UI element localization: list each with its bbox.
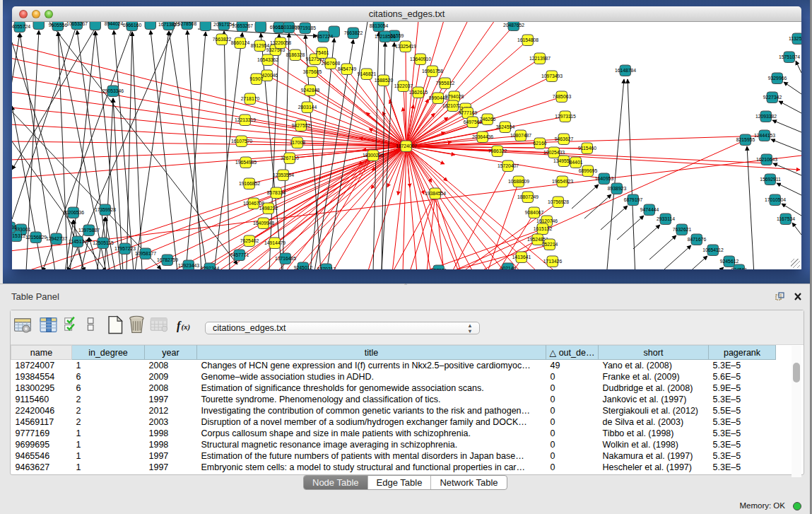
svg-text:9427552: 9427552 bbox=[292, 123, 311, 128]
svg-text:7485063: 7485063 bbox=[553, 94, 572, 99]
svg-text:1145134: 1145134 bbox=[69, 239, 87, 244]
svg-text:9115460: 9115460 bbox=[578, 146, 596, 151]
svg-text:84401: 84401 bbox=[570, 160, 583, 165]
svg-text:252214: 252214 bbox=[542, 242, 558, 247]
svg-text:9794028: 9794028 bbox=[445, 94, 464, 99]
svg-text:16409948: 16409948 bbox=[253, 221, 274, 226]
svg-text:10973493: 10973493 bbox=[541, 74, 563, 78]
svg-text:10807487: 10807487 bbox=[510, 133, 531, 138]
svg-text:8660124: 8660124 bbox=[231, 40, 250, 45]
svg-text:1132549: 1132549 bbox=[789, 36, 801, 41]
svg-text:8944024: 8944024 bbox=[105, 22, 124, 26]
svg-text:13325419: 13325419 bbox=[395, 44, 416, 49]
svg-text:12213987: 12213987 bbox=[529, 56, 551, 61]
svg-text:8938923: 8938923 bbox=[608, 186, 627, 191]
svg-text:9242848: 9242848 bbox=[301, 88, 320, 93]
svg-text:10653267: 10653267 bbox=[66, 22, 88, 26]
svg-text:14914479: 14914479 bbox=[264, 240, 286, 245]
svg-text:17010504: 17010504 bbox=[765, 197, 786, 202]
svg-text:8186328: 8186328 bbox=[286, 52, 305, 57]
svg-text:9245612: 9245612 bbox=[720, 259, 739, 264]
svg-text:117008: 117008 bbox=[290, 140, 305, 145]
svg-text:1413641: 1413641 bbox=[512, 255, 531, 259]
svg-text:19166852: 19166852 bbox=[239, 181, 260, 186]
svg-text:19654985: 19654985 bbox=[235, 160, 257, 165]
svg-text:16210643: 16210643 bbox=[756, 157, 777, 162]
svg-text:6966160: 6966160 bbox=[123, 23, 142, 28]
svg-text:19218506: 19218506 bbox=[375, 34, 396, 39]
svg-text:62160: 62160 bbox=[534, 141, 547, 146]
svg-text:15720407: 15720407 bbox=[498, 163, 519, 168]
svg-text:12505115: 12505115 bbox=[93, 240, 114, 245]
svg-text:9457771: 9457771 bbox=[230, 252, 249, 257]
svg-text:9146821: 9146821 bbox=[358, 71, 377, 76]
svg-text:7663822: 7663822 bbox=[344, 30, 363, 35]
svg-text:8370212: 8370212 bbox=[317, 267, 336, 269]
svg-text:9292344: 9292344 bbox=[201, 266, 220, 269]
svg-text:10025433: 10025433 bbox=[543, 150, 565, 155]
svg-text:10688609: 10688609 bbox=[508, 179, 529, 184]
svg-text:8471676: 8471676 bbox=[688, 237, 707, 242]
svg-text:14055724: 14055724 bbox=[12, 24, 30, 29]
svg-text:16543362: 16543362 bbox=[257, 57, 278, 62]
svg-text:16154808: 16154808 bbox=[517, 37, 539, 42]
svg-text:16782759: 16782759 bbox=[157, 257, 178, 262]
svg-text:9227342: 9227342 bbox=[763, 95, 782, 100]
svg-text:7986322: 7986322 bbox=[488, 148, 507, 153]
svg-text:1498222: 1498222 bbox=[259, 206, 278, 211]
svg-text:6899695: 6899695 bbox=[579, 168, 598, 173]
svg-text:7632621: 7632621 bbox=[673, 227, 692, 232]
svg-text:18807249: 18807249 bbox=[517, 194, 539, 199]
svg-text:6497568: 6497568 bbox=[464, 119, 483, 124]
svg-text:9474444: 9474444 bbox=[640, 207, 659, 212]
svg-text:12923443: 12923443 bbox=[178, 263, 199, 268]
svg-text:9245012: 9245012 bbox=[294, 265, 313, 269]
svg-text:7663822: 7663822 bbox=[213, 37, 232, 42]
svg-text:3915312: 3915312 bbox=[12, 233, 25, 238]
svg-text:402146: 402146 bbox=[500, 266, 517, 269]
svg-text:8578334: 8578334 bbox=[267, 190, 286, 195]
svg-text:8215955: 8215955 bbox=[736, 137, 755, 142]
svg-text:7955812: 7955812 bbox=[436, 81, 455, 86]
svg-text:9084067: 9084067 bbox=[525, 210, 544, 215]
svg-text:7857224: 7857224 bbox=[314, 34, 334, 39]
svg-text:15751074: 15751074 bbox=[779, 54, 800, 59]
svg-text:9278508: 9278508 bbox=[178, 22, 197, 26]
svg-text:10653267: 10653267 bbox=[232, 23, 253, 28]
svg-text:2933114: 2933114 bbox=[657, 216, 675, 221]
svg-text:9777169: 9777169 bbox=[459, 110, 478, 115]
svg-text:13975887: 13975887 bbox=[78, 228, 100, 233]
svg-text:91907: 91907 bbox=[250, 76, 264, 81]
svg-text:12156829: 12156829 bbox=[25, 235, 47, 240]
svg-text:17957223: 17957223 bbox=[114, 246, 136, 251]
svg-text:1640953: 1640953 bbox=[595, 176, 614, 181]
svg-text:18300295: 18300295 bbox=[363, 153, 384, 158]
svg-text:16107570: 16107570 bbox=[231, 139, 252, 144]
svg-text:13640910: 13640910 bbox=[410, 57, 431, 62]
svg-text:12353594: 12353594 bbox=[273, 173, 294, 177]
svg-text:924561: 924561 bbox=[731, 267, 748, 269]
svg-text:12213319: 12213319 bbox=[235, 117, 256, 122]
svg-text:12942737: 12942737 bbox=[46, 236, 67, 241]
svg-text:1713426: 1713426 bbox=[543, 259, 563, 264]
svg-text:8813054: 8813054 bbox=[370, 23, 389, 28]
svg-text:18724007: 18724007 bbox=[396, 144, 417, 148]
svg-text:10046708: 10046708 bbox=[243, 201, 264, 206]
svg-text:(x): (x) bbox=[181, 322, 190, 332]
svg-text:10958177: 10958177 bbox=[135, 251, 156, 256]
svg-text:10654112: 10654112 bbox=[702, 247, 724, 252]
svg-text:15692911: 15692911 bbox=[760, 177, 781, 182]
svg-text:20364436: 20364436 bbox=[472, 134, 493, 139]
svg-text:12093382: 12093382 bbox=[755, 114, 777, 119]
svg-text:16713855: 16713855 bbox=[158, 22, 180, 27]
svg-text:1322037: 1322037 bbox=[394, 83, 413, 88]
svg-text:2967608: 2967608 bbox=[322, 61, 341, 66]
svg-text:9463627: 9463627 bbox=[555, 136, 574, 141]
svg-text:95330: 95330 bbox=[12, 225, 17, 230]
svg-text:937021: 937021 bbox=[431, 268, 447, 269]
svg-text:16033809: 16033809 bbox=[278, 25, 300, 30]
svg-text:1362615: 1362615 bbox=[409, 90, 428, 95]
svg-text:9605556: 9605556 bbox=[49, 23, 68, 28]
svg-text:1615132: 1615132 bbox=[534, 226, 553, 231]
svg-text:13716485: 13716485 bbox=[275, 256, 296, 261]
